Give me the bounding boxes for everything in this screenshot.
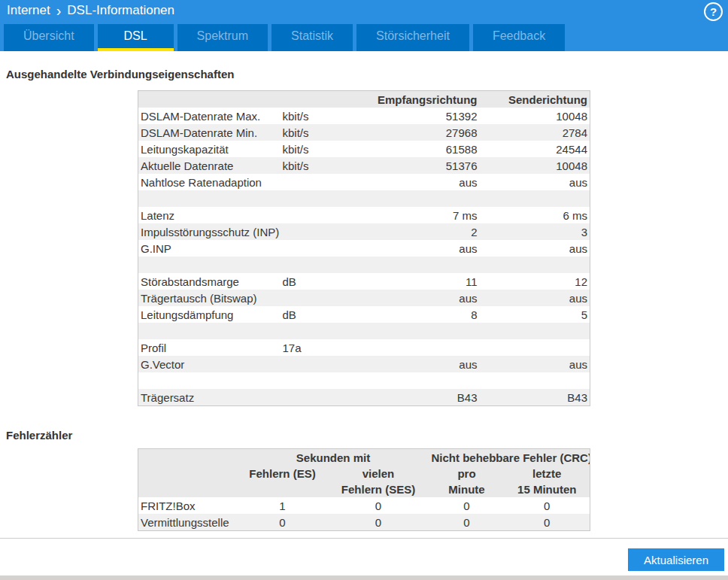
table-cell bbox=[281, 389, 341, 406]
table-cell: dB bbox=[281, 306, 341, 323]
table-cell: 1 bbox=[238, 497, 328, 514]
refresh-button[interactable]: Aktualisieren bbox=[628, 548, 724, 571]
error-table-wrap: Sekunden mit Nicht behebbare Fehler (CRC… bbox=[138, 448, 728, 531]
table-cell: aus bbox=[341, 356, 480, 372]
table-row bbox=[138, 372, 590, 389]
sub-header-letzte-15: letzte 15 Minuten bbox=[505, 466, 590, 497]
table-cell bbox=[281, 223, 341, 240]
table-header-cell bbox=[138, 466, 238, 497]
table-cell: 3 bbox=[480, 223, 590, 240]
table-cell: 0 bbox=[328, 514, 429, 531]
errors-section-title: Fehlerzähler bbox=[6, 430, 728, 442]
table-header-cell bbox=[138, 449, 238, 466]
header-bar: Internet › DSL-Informationen ? Übersicht… bbox=[0, 0, 728, 51]
table-cell: Latenz bbox=[138, 207, 281, 223]
table-cell bbox=[281, 190, 341, 207]
table-cell: kbit/s bbox=[281, 124, 341, 141]
table-cell: kbit/s bbox=[281, 108, 341, 124]
table-cell: aus bbox=[480, 240, 590, 257]
table-cell bbox=[480, 257, 590, 273]
table-cell bbox=[281, 290, 341, 306]
table-cell: aus bbox=[341, 174, 480, 190]
help-icon[interactable]: ? bbox=[704, 2, 723, 21]
table-cell: 51392 bbox=[341, 108, 480, 124]
table-row: Leitungskapazitätkbit/s6158824544 bbox=[138, 141, 590, 157]
table-cell: Vermittlungsstelle bbox=[138, 514, 238, 531]
connection-table: Empfangsrichtung Senderichtung DSLAM-Dat… bbox=[138, 90, 590, 406]
table-header-cell-senderichtung: Senderichtung bbox=[480, 91, 590, 108]
table-cell bbox=[480, 323, 590, 339]
tab-statistik[interactable]: Statistik bbox=[271, 24, 353, 51]
table-row: G.Vectorausaus bbox=[138, 356, 590, 372]
tab-bar: ÜbersichtDSLSpektrumStatistikStörsicherh… bbox=[4, 24, 565, 51]
table-cell: aus bbox=[480, 356, 590, 372]
table-cell: 0 bbox=[328, 497, 429, 514]
error-table-sub-header-row: Fehlern (ES) vielen Fehlern (SES) pro Mi… bbox=[138, 466, 590, 497]
table-cell bbox=[480, 190, 590, 207]
tab-stoersicherheit[interactable]: Störsicherheit bbox=[356, 24, 469, 51]
table-cell: G.Vector bbox=[138, 356, 281, 372]
table-cell bbox=[138, 323, 281, 339]
tab-spektrum[interactable]: Spektrum bbox=[177, 24, 268, 51]
table-cell: DSLAM-Datenrate Max. bbox=[138, 108, 281, 124]
table-cell: Störabstandsmarge bbox=[138, 273, 281, 290]
sub-header-es: Fehlern (ES) bbox=[238, 466, 328, 497]
table-row: Nahtlose Ratenadaptionausaus bbox=[138, 174, 590, 190]
table-row bbox=[138, 190, 590, 207]
table-cell: 5 bbox=[480, 306, 590, 323]
table-cell: dB bbox=[281, 273, 341, 290]
table-row: StörabstandsmargedB1112 bbox=[138, 273, 590, 290]
breadcrumb-internet[interactable]: Internet bbox=[7, 2, 50, 19]
table-cell: DSLAM-Datenrate Min. bbox=[138, 124, 281, 141]
connection-table-body: DSLAM-Datenrate Max.kbit/s5139210048DSLA… bbox=[138, 108, 590, 406]
table-cell bbox=[281, 257, 341, 273]
sub-header-ses: vielen Fehlern (SES) bbox=[328, 466, 429, 497]
table-cell bbox=[138, 372, 281, 389]
error-table-group-header-row: Sekunden mit Nicht behebbare Fehler (CRC… bbox=[138, 449, 590, 466]
table-header-cell-empfangsrichtung: Empfangsrichtung bbox=[341, 91, 480, 108]
connection-table-header-row: Empfangsrichtung Senderichtung bbox=[138, 91, 590, 108]
table-cell: 27968 bbox=[341, 124, 480, 141]
table-cell bbox=[281, 207, 341, 223]
table-row: LeitungsdämpfungdB85 bbox=[138, 306, 590, 323]
table-cell: 2784 bbox=[480, 124, 590, 141]
page-title: DSL-Informationen bbox=[67, 2, 174, 19]
table-cell bbox=[480, 372, 590, 389]
table-row: Latenz7 ms6 ms bbox=[138, 207, 590, 223]
table-cell: 0 bbox=[429, 497, 505, 514]
table-cell: Impulsstörungsschutz (INP) bbox=[138, 223, 281, 240]
tab-uebersicht[interactable]: Übersicht bbox=[4, 24, 94, 51]
breadcrumb: Internet › DSL-Informationen bbox=[7, 2, 174, 19]
table-row bbox=[138, 323, 590, 339]
connection-section-title: Ausgehandelte Verbindungseigenschaften bbox=[6, 68, 728, 80]
table-row: Profil17a bbox=[138, 339, 590, 356]
table-cell: 61588 bbox=[341, 141, 480, 157]
group-header-crc: Nicht behebbare Fehler (CRC) bbox=[429, 449, 590, 466]
table-cell: Trägertausch (Bitswap) bbox=[138, 290, 281, 306]
table-header-cell bbox=[281, 91, 341, 108]
table-cell bbox=[341, 339, 480, 356]
table-cell: aus bbox=[480, 174, 590, 190]
table-cell bbox=[341, 190, 480, 207]
tab-feedback[interactable]: Feedback bbox=[473, 24, 565, 51]
table-cell: Nahtlose Ratenadaption bbox=[138, 174, 281, 190]
table-cell: Aktuelle Datenrate bbox=[138, 157, 281, 174]
table-cell: 0 bbox=[238, 514, 328, 531]
table-cell: Leitungskapazität bbox=[138, 141, 281, 157]
table-header-cell bbox=[138, 91, 281, 108]
bottom-bar bbox=[0, 575, 728, 580]
sub-header-pro-minute: pro Minute bbox=[429, 466, 505, 497]
table-cell bbox=[480, 339, 590, 356]
table-row: Vermittlungsstelle0000 bbox=[138, 514, 590, 531]
table-cell: 0 bbox=[505, 514, 590, 531]
table-row: Impulsstörungsschutz (INP)23 bbox=[138, 223, 590, 240]
table-cell: Leitungsdämpfung bbox=[138, 306, 281, 323]
table-cell: 12 bbox=[480, 273, 590, 290]
table-row: Aktuelle Datenratekbit/s5137610048 bbox=[138, 157, 590, 174]
group-header-sekunden-mit: Sekunden mit bbox=[238, 449, 429, 466]
table-cell: 51376 bbox=[341, 157, 480, 174]
table-row: TrägersatzB43B43 bbox=[138, 389, 590, 406]
error-table-body: FRITZ!Box1000Vermittlungsstelle0000 bbox=[138, 497, 590, 531]
tab-dsl[interactable]: DSL bbox=[98, 24, 174, 51]
table-cell bbox=[281, 372, 341, 389]
